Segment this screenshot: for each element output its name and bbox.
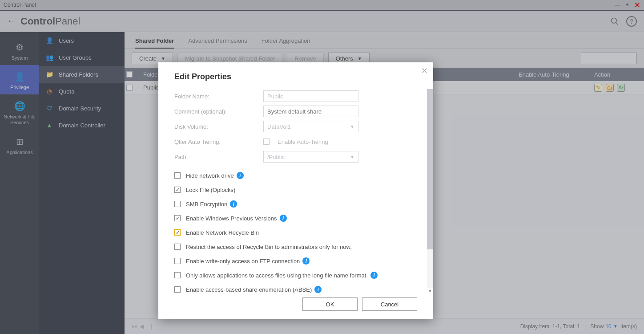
label-disk-volume: Disk Volume:	[174, 123, 263, 130]
tabs: Shared Folder Advanced Permissions Folde…	[125, 32, 644, 49]
back-arrow-icon[interactable]: ←	[7, 16, 15, 26]
pager-prev-icon[interactable]: ◀	[140, 323, 144, 330]
sidebar-item-domain-controller[interactable]: ▲ Domain Controller	[39, 117, 125, 134]
option-label: Hide network drive	[186, 172, 234, 179]
label-comment: Comment (optional):	[174, 108, 263, 115]
rail-label: Applications	[6, 150, 32, 155]
window-title: Control Panel	[4, 2, 36, 8]
dialog-title: Edit Properties	[158, 62, 433, 84]
option-row: Enable Network Recycle Bin	[174, 226, 417, 239]
info-icon[interactable]: i	[280, 215, 287, 222]
refresh-icon[interactable]: ↻	[617, 84, 625, 92]
rail-label: Privilege	[10, 85, 29, 90]
disk-volume-value: DataVol1	[267, 123, 291, 130]
rail-applications[interactable]: ⊞ Applications	[0, 130, 39, 159]
ok-button[interactable]: OK	[302, 297, 358, 311]
option-label: Enable Windows Previous Versions	[186, 215, 277, 222]
pager-count[interactable]: 10	[605, 323, 611, 330]
others-label: Others	[336, 55, 353, 62]
info-icon[interactable]: i	[230, 200, 237, 208]
chevron-down-icon: ▼	[350, 155, 354, 159]
col-header-tiering[interactable]: Enable Auto-Tiering	[515, 71, 591, 78]
header-search-icon[interactable]	[609, 16, 620, 27]
option-row: Enable write-only access on FTP connecti…	[174, 254, 417, 268]
chevron-down-icon: ▼	[350, 124, 354, 129]
option-row: Only allows applications to access files…	[174, 269, 417, 282]
rail-privilege[interactable]: 👤 Privilege	[0, 65, 39, 94]
option-label: Enable Network Recycle Bin	[186, 229, 259, 236]
search-input[interactable]	[581, 53, 644, 64]
option-label: SMB Encryption	[186, 201, 227, 208]
sidebar-item-label: Shared Folders	[59, 71, 98, 78]
pager-first-icon[interactable]: ⏮	[132, 323, 137, 330]
chevron-down-icon[interactable]: ▼	[613, 324, 618, 329]
dialog-body: Folder Name: Comment (optional): Disk Vo…	[158, 84, 433, 294]
row-checkbox[interactable]	[126, 85, 133, 91]
cancel-button[interactable]: Cancel	[362, 297, 417, 311]
rail-network-file-services[interactable]: 🌐 Network & File Services	[0, 94, 39, 130]
option-label: Lock File (Oplocks)	[186, 187, 235, 193]
option-label: Only allows applications to access files…	[186, 272, 368, 279]
svg-line-1	[616, 22, 618, 24]
tab-advanced-permissions[interactable]: Advanced Permissions	[188, 37, 247, 49]
option-row: Hide network drivei	[174, 169, 417, 182]
option-checkbox[interactable]	[174, 272, 181, 278]
sidebar-item-label: Domain Controller	[59, 122, 105, 129]
option-checkbox[interactable]	[174, 172, 181, 179]
apps-icon: ⊞	[16, 136, 24, 147]
enable-tiering-checkbox[interactable]	[263, 138, 270, 145]
sidebar-item-users[interactable]: 👤 Users	[39, 32, 125, 49]
edit-properties-dialog: ✕ Edit Properties ▼ Folder Name: Comment…	[158, 62, 433, 319]
sidebar-item-user-groups[interactable]: 👥 User Groups	[39, 49, 125, 66]
select-all-checkbox[interactable]	[126, 71, 133, 77]
minimize-button[interactable]: —	[614, 1, 621, 8]
option-checkbox[interactable]	[174, 201, 181, 207]
info-icon[interactable]: i	[237, 172, 244, 179]
page-title: ControlPanel	[20, 16, 80, 27]
user-icon: 👤	[45, 37, 53, 45]
sidebar-item-shared-folders[interactable]: 📁 Shared Folders	[39, 66, 125, 83]
tab-folder-aggregation[interactable]: Folder Aggregation	[262, 37, 310, 49]
pager: ⏮ ◀ | Display item: 1-1, Total: 1 | Show…	[125, 318, 644, 334]
comment-input[interactable]	[263, 106, 358, 117]
edit-icon[interactable]: ✎	[594, 84, 602, 92]
label-path: Path:	[174, 154, 263, 160]
tab-shared-folder[interactable]: Shared Folder	[135, 37, 174, 49]
dialog-footer: OK Cancel	[158, 294, 433, 319]
sidebar-item-quota[interactable]: ◔ Quota	[39, 83, 125, 100]
search-box	[581, 53, 637, 64]
info-icon[interactable]: i	[314, 286, 322, 293]
option-checkbox[interactable]	[174, 286, 181, 293]
option-row: Enable Windows Previous Versionsi	[174, 212, 417, 225]
option-checkbox[interactable]	[174, 215, 181, 221]
option-checkbox[interactable]	[174, 244, 181, 250]
info-icon[interactable]: i	[302, 257, 310, 265]
option-checkbox[interactable]	[174, 229, 181, 236]
option-checkbox[interactable]	[174, 187, 181, 193]
folder-icon: 📁	[45, 70, 53, 78]
info-icon[interactable]: i	[370, 272, 378, 279]
col-header-action: Action	[591, 71, 644, 78]
close-window-button[interactable]: ✕	[633, 1, 640, 8]
disk-volume-select[interactable]: DataVol1 ▼	[263, 121, 358, 132]
sidebar-item-label: Users	[59, 37, 74, 44]
help-icon[interactable]: ?	[626, 16, 637, 27]
sidebar-item-domain-security[interactable]: 🛡 Domain Security	[39, 100, 125, 117]
folder-name-input[interactable]	[263, 90, 358, 102]
rail-label: System	[12, 55, 28, 61]
label-qtier: Qtier Auto Tiering:	[174, 138, 263, 145]
path-value: /Public	[267, 154, 285, 160]
maximize-button[interactable]: +	[624, 1, 631, 8]
option-label: Enable access-based share enumeration (A…	[186, 286, 312, 293]
create-label: Create	[139, 55, 157, 62]
pager-display: Display item: 1-1, Total: 1	[520, 323, 580, 330]
rail-system[interactable]: ⚙ System	[0, 36, 39, 65]
permissions-icon[interactable]: 🗀	[606, 84, 614, 92]
option-checkbox[interactable]	[174, 258, 181, 264]
path-select[interactable]: /Public ▼	[263, 151, 358, 163]
svg-point-0	[612, 18, 617, 23]
option-label: Restrict the access of Recycle Bin to ad…	[186, 244, 352, 250]
app-title-bold: Control	[20, 16, 55, 27]
option-label: Enable write-only access on FTP connecti…	[186, 258, 300, 265]
dialog-close-icon[interactable]: ✕	[421, 66, 428, 76]
